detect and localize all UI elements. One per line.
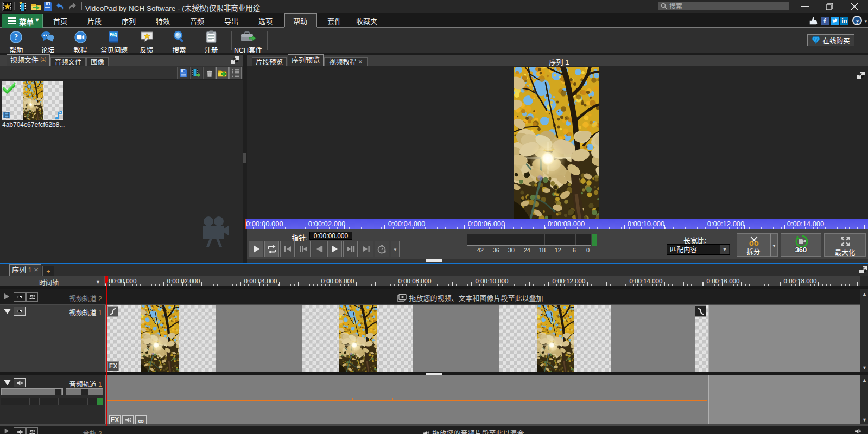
svg-text:FAQ: FAQ	[110, 33, 117, 37]
svg-text:?: ?	[14, 33, 17, 41]
